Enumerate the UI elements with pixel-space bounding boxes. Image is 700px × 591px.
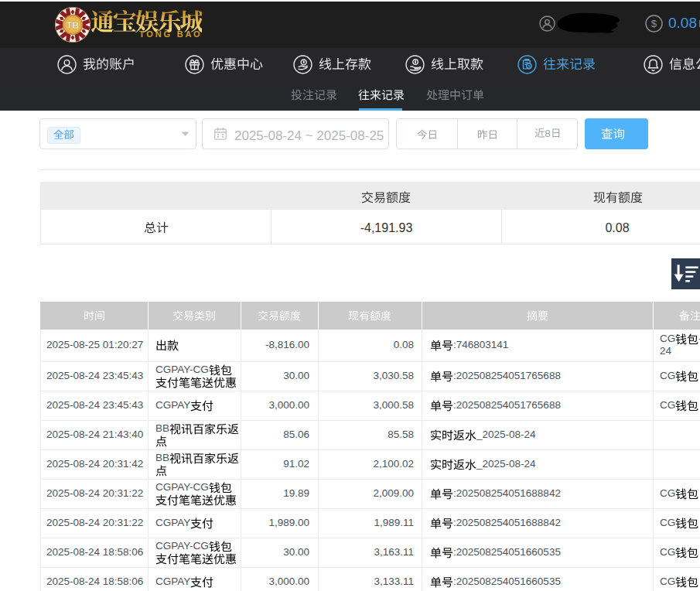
svg-text:TB: TB	[67, 20, 80, 31]
svg-text:$: $	[651, 18, 657, 29]
